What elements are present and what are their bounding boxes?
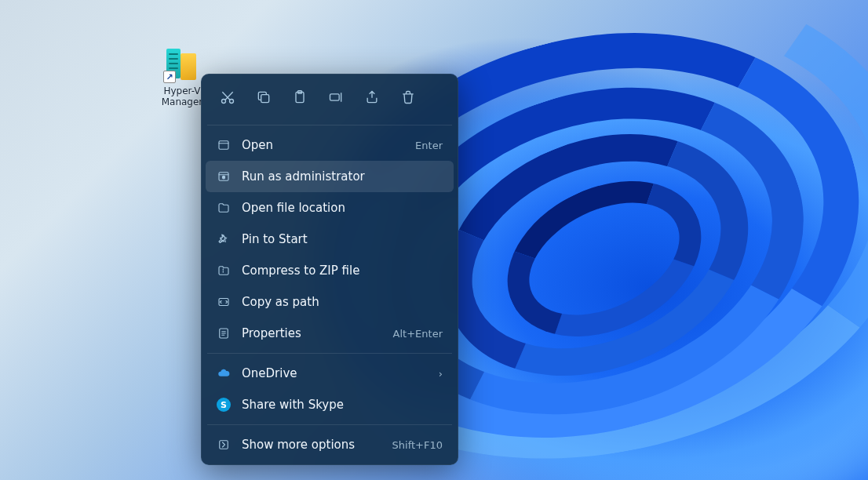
window-icon xyxy=(217,138,231,152)
skype-icon: S xyxy=(217,398,231,412)
menu-item-properties[interactable]: Properties Alt+Enter xyxy=(206,318,454,349)
cut-icon[interactable] xyxy=(210,82,245,113)
separator xyxy=(207,125,452,125)
onedrive-icon xyxy=(217,366,231,380)
chevron-right-icon: › xyxy=(439,368,443,380)
svg-rect-5 xyxy=(330,94,340,100)
desktop-shortcut-label: Hyper-VManager xyxy=(162,86,203,108)
context-menu: Open Enter Run as administrator Open fil… xyxy=(201,74,458,465)
menu-item-copy-as-path[interactable]: Copy as path xyxy=(206,286,454,318)
menu-item-share-skype[interactable]: S Share with Skype xyxy=(206,389,454,420)
menu-item-run-as-admin[interactable]: Run as administrator xyxy=(206,161,454,192)
svg-rect-6 xyxy=(219,141,228,150)
delete-icon[interactable] xyxy=(391,82,425,113)
svg-rect-2 xyxy=(261,95,269,103)
folder-icon xyxy=(217,201,231,215)
svg-point-0 xyxy=(222,100,226,104)
zip-icon xyxy=(217,264,231,278)
svg-point-1 xyxy=(230,100,234,104)
properties-icon xyxy=(217,326,231,340)
more-options-icon xyxy=(217,438,231,452)
menu-item-onedrive[interactable]: OneDrive › xyxy=(206,358,454,389)
menu-item-open[interactable]: Open Enter xyxy=(206,129,454,161)
share-icon[interactable] xyxy=(355,82,389,113)
paste-icon[interactable] xyxy=(283,82,317,113)
shield-icon xyxy=(217,169,231,184)
quick-action-row xyxy=(206,78,454,121)
menu-item-pin-to-start[interactable]: Pin to Start xyxy=(206,224,454,255)
menu-item-show-more-options[interactable]: Show more options Shift+F10 xyxy=(206,429,454,460)
pin-icon xyxy=(217,232,231,246)
menu-item-compress-zip[interactable]: Compress to ZIP file xyxy=(206,255,454,286)
copy-icon[interactable] xyxy=(246,82,281,113)
rename-icon[interactable] xyxy=(319,82,353,113)
separator xyxy=(207,424,452,425)
svg-rect-10 xyxy=(220,441,228,449)
menu-item-open-file-location[interactable]: Open file location xyxy=(206,192,454,224)
separator xyxy=(207,353,452,354)
hyperv-icon: ↗ xyxy=(163,45,201,83)
path-icon xyxy=(217,295,231,309)
